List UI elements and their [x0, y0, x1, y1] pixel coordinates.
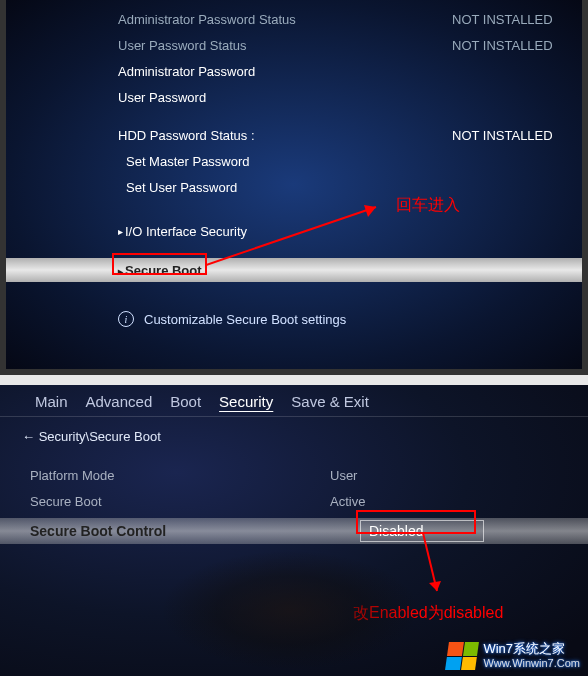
label: HDD Password Status :: [118, 128, 452, 143]
bios-security-screen: Administrator Password Status NOT INSTAL…: [0, 0, 588, 375]
watermark-text: Win7系统之家 Www.Winwin7.Com: [483, 642, 580, 670]
bios-secure-boot-screen: Main Advanced Boot Security Save & Exit …: [0, 385, 588, 676]
tab-security[interactable]: Security: [219, 393, 273, 410]
annotation-box-disabled: [356, 510, 476, 534]
watermark: Win7系统之家 Www.Winwin7.Com: [447, 642, 580, 670]
value: NOT INSTALLED: [452, 38, 582, 53]
svg-line-0: [206, 207, 376, 265]
image-separator: [0, 375, 588, 385]
watermark-line2: Www.Winwin7.Com: [483, 656, 580, 670]
info-icon: i: [118, 311, 134, 327]
value: Active: [330, 494, 365, 509]
value: NOT INSTALLED: [452, 128, 582, 143]
breadcrumb[interactable]: Security\Secure Boot: [0, 417, 588, 444]
label: Set Master Password: [126, 154, 582, 169]
secure-boot-status-row: Secure Boot Active: [0, 488, 588, 514]
platform-mode-row: Platform Mode User: [0, 462, 588, 488]
tab-advanced[interactable]: Advanced: [86, 393, 153, 410]
bios-tab-bar: Main Advanced Boot Security Save & Exit: [0, 385, 588, 417]
tab-main[interactable]: Main: [35, 393, 68, 410]
watermark-line1: Win7系统之家: [483, 642, 580, 656]
user-pw-status-row: User Password Status NOT INSTALLED: [6, 32, 582, 58]
label: Secure Boot Control: [30, 523, 360, 539]
back-chevron-icon: [22, 429, 39, 444]
tab-boot[interactable]: Boot: [170, 393, 201, 410]
label: Platform Mode: [30, 468, 330, 483]
windows-flag-icon: [445, 642, 479, 670]
label: User Password: [118, 90, 582, 105]
svg-marker-3: [429, 581, 441, 591]
annotation-arrow-icon: [206, 195, 391, 270]
info-text: Customizable Secure Boot settings: [144, 312, 346, 327]
label: User Password Status: [118, 38, 452, 53]
value: NOT INSTALLED: [452, 12, 582, 27]
label: Set User Password: [126, 180, 582, 195]
admin-pw-status-row: Administrator Password Status NOT INSTAL…: [6, 6, 582, 32]
label: Administrator Password Status: [118, 12, 452, 27]
value: User: [330, 468, 357, 483]
screen-reflection: [160, 550, 420, 670]
breadcrumb-text: Security\Secure Boot: [39, 429, 161, 444]
annotation-arrow-icon: [415, 533, 445, 603]
label: Administrator Password: [118, 64, 582, 79]
annotation-text: 回车进入: [396, 195, 460, 216]
secure-boot-control-row-selected[interactable]: Secure Boot Control Disabled: [0, 518, 588, 544]
admin-password-row[interactable]: Administrator Password: [6, 58, 582, 84]
set-master-password-row[interactable]: Set Master Password: [6, 148, 582, 174]
hdd-password-status-row: HDD Password Status : NOT INSTALLED: [6, 122, 582, 148]
annotation-box-secure-boot: [112, 253, 207, 275]
tab-save-exit[interactable]: Save & Exit: [291, 393, 369, 410]
info-hint-row: i Customizable Secure Boot settings: [6, 307, 582, 331]
user-password-row[interactable]: User Password: [6, 84, 582, 110]
label: Secure Boot: [30, 494, 330, 509]
